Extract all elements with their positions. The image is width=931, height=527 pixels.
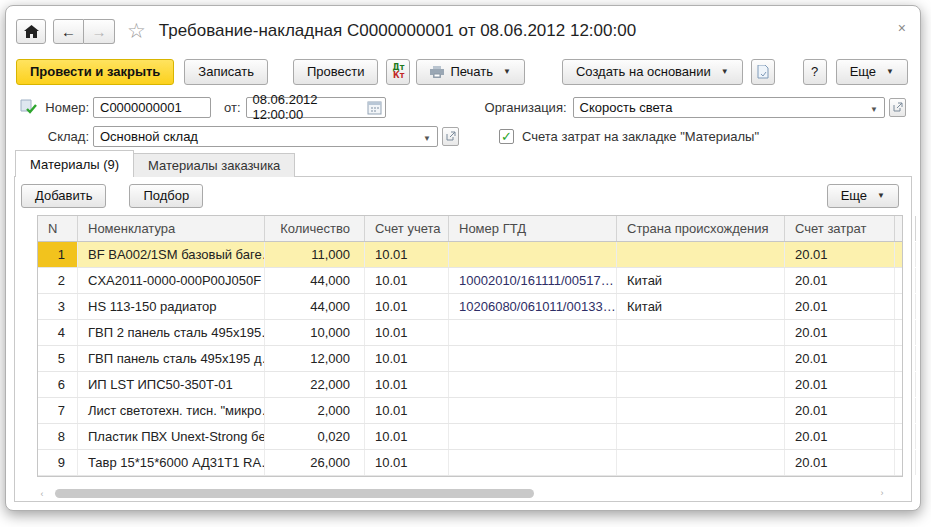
cell-row-number[interactable]: 9: [38, 450, 78, 475]
col-header-country[interactable]: Страна происхождения: [617, 216, 785, 241]
cell-nomenclature[interactable]: Лист светотехн. тисн. "микро…: [78, 398, 265, 423]
table-row[interactable]: 9 Тавр 15*15*6000 АД31Т1 RA… 26,000 10.0…: [38, 450, 902, 476]
cell-country[interactable]: [617, 242, 785, 267]
cell-gtd-number[interactable]: [449, 346, 617, 371]
tab-customer-materials[interactable]: Материалы заказчика: [134, 153, 295, 177]
cost-accounts-checkbox[interactable]: ✓: [499, 129, 514, 144]
col-header-account[interactable]: Счет учета: [365, 216, 449, 241]
pick-button[interactable]: Подбор: [129, 184, 203, 208]
scroll-left-icon[interactable]: ‹: [37, 489, 47, 499]
post-and-close-button[interactable]: Провести и закрыть: [16, 59, 174, 85]
cell-row-number[interactable]: 3: [38, 294, 78, 319]
cell-cost-account[interactable]: 20.01: [785, 450, 895, 475]
add-row-button[interactable]: Добавить: [21, 184, 106, 208]
scrollbar-track[interactable]: ›: [47, 488, 887, 499]
cell-row-number[interactable]: 6: [38, 372, 78, 397]
cell-quantity[interactable]: 44,000: [265, 268, 365, 293]
cell-cost-account[interactable]: 20.01: [785, 424, 895, 449]
cell-cost-account[interactable]: 20.01: [785, 346, 895, 371]
help-button[interactable]: ?: [803, 59, 827, 85]
organization-open-button[interactable]: [889, 98, 906, 117]
table-row[interactable]: 8 Пластик ПВХ Unext-Strong бе… 0,020 10.…: [38, 424, 902, 450]
number-input[interactable]: C0000000001: [93, 97, 211, 118]
cell-nomenclature[interactable]: ГВП 2 панель сталь 495х195…: [78, 320, 265, 345]
cell-nomenclature[interactable]: Пластик ПВХ Unext-Strong бе…: [78, 424, 265, 449]
cell-quantity[interactable]: 26,000: [265, 450, 365, 475]
cell-nomenclature[interactable]: BF BA002/1SM базовый баге…: [78, 242, 265, 267]
table-row[interactable]: 1 BF BA002/1SM базовый баге… 11,000 10.0…: [38, 242, 902, 268]
cell-row-number[interactable]: 7: [38, 398, 78, 423]
cell-row-number[interactable]: 4: [38, 320, 78, 345]
create-based-on-button[interactable]: Создать на основании ▼: [562, 59, 743, 85]
col-header-quantity[interactable]: Количество: [265, 216, 365, 241]
cell-gtd-number[interactable]: [449, 450, 617, 475]
table-row[interactable]: 5 ГВП панель сталь 495х195 д… 12,000 10.…: [38, 346, 902, 372]
home-button[interactable]: [16, 19, 46, 44]
horizontal-scrollbar[interactable]: ‹ ›: [37, 487, 887, 500]
cell-quantity[interactable]: 44,000: [265, 294, 365, 319]
cell-cost-account[interactable]: 20.01: [785, 372, 895, 397]
cell-nomenclature[interactable]: CXA2011-0000-000P00J050F (…: [78, 268, 265, 293]
col-header-cost-account[interactable]: Счет затрат: [785, 216, 895, 241]
col-header-gtd[interactable]: Номер ГТД: [449, 216, 617, 241]
calendar-icon[interactable]: [367, 100, 382, 115]
scroll-right-icon[interactable]: ›: [877, 488, 887, 498]
cell-account[interactable]: 10.01: [365, 346, 449, 371]
table-row[interactable]: 4 ГВП 2 панель сталь 495х195… 10,000 10.…: [38, 320, 902, 346]
cell-quantity[interactable]: 0,020: [265, 424, 365, 449]
date-input[interactable]: 08.06.2012 12:00:00: [246, 97, 386, 118]
warehouse-open-button[interactable]: [442, 127, 459, 146]
post-button[interactable]: Провести: [293, 59, 379, 85]
cell-gtd-number[interactable]: [449, 242, 617, 267]
cell-gtd-number[interactable]: [449, 372, 617, 397]
cell-country[interactable]: [617, 424, 785, 449]
cell-quantity[interactable]: 11,000: [265, 242, 365, 267]
cell-quantity[interactable]: 2,000: [265, 398, 365, 423]
cell-nomenclature[interactable]: Тавр 15*15*6000 АД31Т1 RA…: [78, 450, 265, 475]
cell-country[interactable]: [617, 346, 785, 371]
table-more-button[interactable]: Еще ▼: [827, 184, 899, 208]
cell-row-number[interactable]: 2: [38, 268, 78, 293]
print-button[interactable]: Печать ▼: [416, 59, 525, 85]
table-row[interactable]: 7 Лист светотехн. тисн. "микро… 2,000 10…: [38, 398, 902, 424]
cell-country[interactable]: Китай: [617, 294, 785, 319]
more-button[interactable]: Еще ▼: [836, 59, 908, 85]
cell-row-number[interactable]: 8: [38, 424, 78, 449]
cell-quantity[interactable]: 22,000: [265, 372, 365, 397]
back-button[interactable]: ←: [53, 19, 84, 44]
table-row[interactable]: 3 HS 113-150 радиатор 44,000 10.01 10206…: [38, 294, 902, 320]
cell-quantity[interactable]: 12,000: [265, 346, 365, 371]
cell-country[interactable]: [617, 398, 785, 423]
col-header-nomenclature[interactable]: Номенклатура: [78, 216, 265, 241]
cell-quantity[interactable]: 10,000: [265, 320, 365, 345]
show-postings-button[interactable]: ДтКт: [386, 59, 410, 85]
cell-nomenclature[interactable]: HS 113-150 радиатор: [78, 294, 265, 319]
cell-gtd-number[interactable]: 10206080/061011/00133…: [449, 294, 617, 319]
cell-gtd-number[interactable]: [449, 320, 617, 345]
table-row[interactable]: 2 CXA2011-0000-000P00J050F (… 44,000 10.…: [38, 268, 902, 294]
cell-account[interactable]: 10.01: [365, 450, 449, 475]
cell-account[interactable]: 10.01: [365, 268, 449, 293]
scrollbar-thumb[interactable]: [55, 489, 534, 498]
table-row[interactable]: 6 ИП LST ИПС50-350Т-01 22,000 10.01 20.0…: [38, 372, 902, 398]
cell-gtd-number[interactable]: [449, 424, 617, 449]
warehouse-combo[interactable]: Основной склад ▼: [93, 126, 438, 147]
cell-row-number[interactable]: 5: [38, 346, 78, 371]
cell-cost-account[interactable]: 20.01: [785, 242, 895, 267]
cell-country[interactable]: [617, 320, 785, 345]
cell-country[interactable]: [617, 372, 785, 397]
tab-materials[interactable]: Материалы (9): [15, 150, 134, 177]
cell-cost-account[interactable]: 20.01: [785, 268, 895, 293]
col-header-n[interactable]: N: [38, 216, 78, 241]
organization-combo[interactable]: Скорость света ▼: [573, 97, 885, 118]
close-icon[interactable]: ×: [898, 20, 906, 36]
cell-cost-account[interactable]: 20.01: [785, 320, 895, 345]
cell-row-number[interactable]: 1: [38, 242, 78, 267]
cell-nomenclature[interactable]: ИП LST ИПС50-350Т-01: [78, 372, 265, 397]
favorites-star-icon[interactable]: ☆: [127, 19, 146, 43]
cell-cost-account[interactable]: 20.01: [785, 398, 895, 423]
cell-account[interactable]: 10.01: [365, 294, 449, 319]
write-button[interactable]: Записать: [184, 59, 268, 85]
cell-account[interactable]: 10.01: [365, 424, 449, 449]
cell-country[interactable]: [617, 450, 785, 475]
